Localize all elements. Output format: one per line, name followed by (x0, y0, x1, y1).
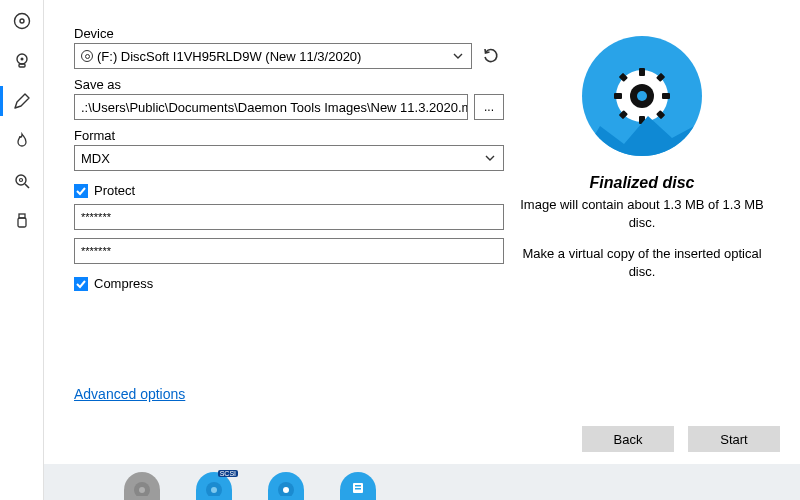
compress-label: Compress (94, 276, 153, 291)
svg-point-12 (637, 91, 647, 101)
password-confirm-input[interactable]: ******* (74, 238, 504, 264)
panel-line2: Make a virtual copy of the inserted opti… (514, 245, 770, 280)
virtual-drive-icon[interactable] (268, 472, 304, 500)
usb-icon[interactable] (11, 210, 33, 232)
password-input[interactable]: ******* (74, 204, 504, 230)
svg-line-7 (25, 184, 29, 188)
format-value: MDX (81, 151, 110, 166)
protect-label: Protect (94, 183, 135, 198)
footer: Back Start (44, 414, 800, 464)
saveas-label: Save as (74, 77, 504, 92)
finalized-disc-icon (582, 36, 702, 156)
svg-rect-4 (19, 64, 25, 67)
password-confirm-value: ******* (81, 245, 111, 257)
saveas-input[interactable]: .:\Users\Public\Documents\Daemon Tools I… (74, 94, 468, 120)
svg-rect-9 (18, 218, 26, 227)
start-label: Start (720, 432, 747, 447)
back-label: Back (614, 432, 643, 447)
svg-point-26 (283, 487, 289, 493)
compress-checkbox[interactable] (74, 277, 88, 291)
format-label: Format (74, 128, 504, 143)
svg-rect-16 (662, 93, 670, 99)
svg-point-6 (19, 179, 22, 182)
device-value: (F:) DiscSoft I1VH95RLD9W (New 11/3/2020… (97, 49, 361, 64)
back-button[interactable]: Back (582, 426, 674, 452)
password-value: ******* (81, 211, 111, 223)
panel-title: Finalized disc (590, 174, 695, 192)
browse-button[interactable]: ... (474, 94, 504, 120)
chevron-down-icon (451, 49, 465, 63)
svg-rect-28 (355, 485, 361, 487)
bottom-device-bar: SCSI (44, 464, 800, 500)
left-icon-toolbar (0, 0, 44, 500)
protect-checkbox[interactable] (74, 184, 88, 198)
burn-icon[interactable] (11, 130, 33, 152)
hdd-icon[interactable] (340, 472, 376, 500)
svg-rect-29 (355, 488, 361, 490)
chevron-down-icon (483, 151, 497, 165)
grab-disc-form: Device (F:) DiscSoft I1VH95RLD9W (New 11… (74, 20, 504, 414)
browse-label: ... (484, 100, 494, 114)
scsi-drive-icon[interactable]: SCSI (196, 472, 232, 500)
saveas-value: .:\Users\Public\Documents\Daemon Tools I… (81, 100, 468, 115)
svg-point-3 (20, 58, 23, 61)
device-label: Device (74, 26, 504, 41)
svg-rect-15 (614, 93, 622, 99)
svg-point-24 (211, 487, 217, 493)
info-panel: Finalized disc Image will contain about … (504, 20, 780, 414)
camera-icon[interactable] (11, 50, 33, 72)
svg-point-22 (139, 487, 145, 493)
refresh-button[interactable] (478, 43, 504, 69)
disc-mini-icon (81, 50, 93, 62)
svg-point-0 (14, 14, 29, 29)
scsi-badge: SCSI (218, 470, 238, 477)
svg-point-5 (16, 175, 26, 185)
panel-line1: Image will contain about 1.3 MB of 1.3 M… (514, 196, 770, 231)
drive-slot-icon[interactable] (124, 472, 160, 500)
edit-icon[interactable] (11, 90, 33, 112)
disc-icon[interactable] (11, 10, 33, 32)
start-button[interactable]: Start (688, 426, 780, 452)
advanced-options-link[interactable]: Advanced options (74, 386, 504, 402)
svg-point-1 (20, 19, 24, 23)
svg-rect-13 (639, 68, 645, 76)
device-select[interactable]: (F:) DiscSoft I1VH95RLD9W (New 11/3/2020… (74, 43, 472, 69)
scan-disc-icon[interactable] (11, 170, 33, 192)
format-select[interactable]: MDX (74, 145, 504, 171)
